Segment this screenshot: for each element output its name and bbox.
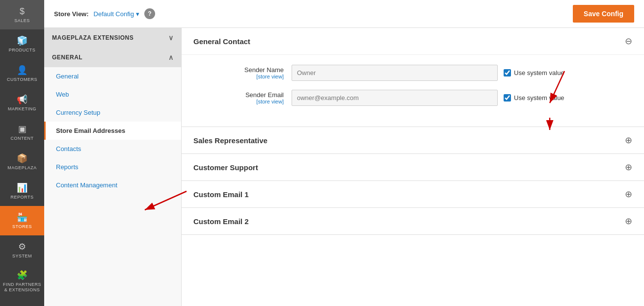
- nav-item-sales[interactable]: $SALES: [0, 0, 44, 29]
- checkbox-use-system-sender-email[interactable]: [504, 94, 511, 102]
- nav-item-marketing[interactable]: 📢MARKETING: [0, 88, 44, 118]
- sidebar-item-web-item[interactable]: Web: [44, 85, 181, 103]
- use-system-value-sender-email[interactable]: Use system value: [504, 94, 564, 102]
- reports-icon: 📊: [17, 182, 27, 193]
- nav-label-mageplaza: MAGEPLAZA: [7, 165, 37, 171]
- use-system-label-sender-name: Use system value: [514, 69, 564, 76]
- use-system-value-sender-name[interactable]: Use system value: [504, 69, 564, 76]
- nav-item-reports[interactable]: 📊REPORTS: [0, 177, 44, 206]
- field-label-sender-email: Sender Email[store view]: [193, 91, 292, 104]
- top-bar: Store View: Default Config ▾ ? Save Conf…: [44, 0, 644, 28]
- config-section-mageplaza-extensions[interactable]: MAGEPLAZA EXTENSIONS∨: [44, 28, 181, 48]
- panel-header-custom-email-2[interactable]: Custom Email 2⊕: [182, 208, 644, 234]
- marketing-icon: 📢: [17, 94, 27, 105]
- left-navigation: $SALES🧊PRODUCTS👤CUSTOMERS📢MARKETING▣CONT…: [0, 0, 44, 306]
- panel-custom-email-1: Custom Email 1⊕: [182, 181, 644, 208]
- stores-icon: 🏪: [17, 212, 27, 223]
- expand-icon-sales-representative: ⊕: [625, 135, 632, 146]
- section-label-mageplaza-extensions: MAGEPLAZA EXTENSIONS: [52, 34, 134, 41]
- nav-item-system[interactable]: ⚙SYSTEM: [0, 235, 44, 265]
- sidebar-item-currency-setup[interactable]: Currency Setup: [44, 103, 181, 122]
- use-system-label-sender-email: Use system value: [514, 94, 564, 102]
- panel-sales-representative: Sales Representative⊕: [182, 127, 644, 154]
- nav-item-mageplaza[interactable]: 📦MAGEPLAZA: [0, 147, 44, 177]
- main-content: Store View: Default Config ▾ ? Save Conf…: [44, 0, 644, 306]
- content-area: MAGEPLAZA EXTENSIONS∨GENERAL∧GeneralWebC…: [44, 28, 644, 306]
- store-view-dropdown[interactable]: Default Config ▾: [94, 10, 139, 18]
- dropdown-arrow-icon: ▾: [136, 10, 139, 18]
- nav-item-products[interactable]: 🧊PRODUCTS: [0, 29, 44, 59]
- form-row-sender-email: Sender Email[store view]Use system value: [193, 90, 632, 106]
- nav-label-reports: REPORTS: [11, 195, 34, 200]
- panel-header-customer-support[interactable]: Customer Support⊕: [182, 154, 644, 180]
- panel-title-general-contact: General Contact: [193, 37, 250, 46]
- panel-body-general-contact: Sender Name[store view]Use system valueS…: [182, 54, 644, 127]
- expand-icon-customer-support: ⊕: [625, 162, 632, 173]
- panel-custom-email-2: Custom Email 2⊕: [182, 208, 644, 235]
- nav-item-customers[interactable]: 👤CUSTOMERS: [0, 59, 44, 88]
- config-section-general[interactable]: GENERAL∧: [44, 48, 181, 67]
- nav-label-marketing: MARKETING: [8, 106, 36, 112]
- nav-label-products: PRODUCTS: [9, 48, 36, 53]
- system-icon: ⚙: [18, 241, 26, 252]
- input-sender-email[interactable]: [292, 90, 498, 106]
- mageplaza-icon: 📦: [17, 153, 27, 164]
- form-row-sender-name: Sender Name[store view]Use system value: [193, 65, 632, 81]
- nav-item-content[interactable]: ▣CONTENT: [0, 118, 44, 147]
- expand-icon-custom-email-2: ⊕: [625, 216, 632, 227]
- section-label-general: GENERAL: [52, 54, 82, 61]
- store-view-label: Store View:: [54, 10, 89, 18]
- store-view-value: Default Config: [94, 10, 134, 18]
- sidebar-item-store-email-addresses[interactable]: Store Email Addresses: [44, 122, 181, 140]
- panel-title-custom-email-2: Custom Email 2: [193, 217, 249, 226]
- chevron-general-icon: ∧: [168, 53, 174, 61]
- collapse-icon-general-contact: ⊖: [625, 36, 632, 47]
- panel-header-sales-representative[interactable]: Sales Representative⊕: [182, 127, 644, 153]
- input-sender-name[interactable]: [292, 65, 498, 81]
- store-view-hint-sender-email: [store view]: [193, 99, 284, 104]
- panel-customer-support: Customer Support⊕: [182, 154, 644, 181]
- sales-icon: $: [20, 6, 25, 17]
- nav-label-content: CONTENT: [11, 136, 34, 141]
- panel-general-contact: General Contact⊖Sender Name[store view]U…: [182, 28, 644, 127]
- panel-title-customer-support: Customer Support: [193, 163, 258, 172]
- config-sidebar: MAGEPLAZA EXTENSIONS∨GENERAL∧GeneralWebC…: [44, 28, 182, 306]
- nav-label-system: SYSTEM: [12, 254, 32, 259]
- nav-label-stores: STORES: [12, 224, 32, 230]
- nav-label-customers: CUSTOMERS: [7, 77, 37, 82]
- sidebar-item-contacts[interactable]: Contacts: [44, 140, 181, 158]
- store-view-hint-sender-name: [store view]: [193, 74, 284, 79]
- nav-label-sales: SALES: [14, 18, 30, 24]
- panel-header-custom-email-1[interactable]: Custom Email 1⊕: [182, 181, 644, 207]
- config-panels: General Contact⊖Sender Name[store view]U…: [182, 28, 644, 306]
- field-label-sender-name: Sender Name[store view]: [193, 66, 292, 79]
- checkbox-use-system-sender-name[interactable]: [504, 69, 511, 76]
- nav-label-partners: FIND PARTNERS & EXTENSIONS: [2, 282, 42, 293]
- customers-icon: 👤: [17, 65, 27, 76]
- sidebar-item-reports-item[interactable]: Reports: [44, 158, 181, 176]
- panel-header-general-contact[interactable]: General Contact⊖: [182, 28, 644, 54]
- partners-icon: 🧩: [17, 270, 27, 280]
- products-icon: 🧊: [17, 35, 27, 46]
- chevron-mageplaza-extensions-icon: ∨: [168, 34, 174, 42]
- save-config-button[interactable]: Save Config: [573, 5, 634, 23]
- nav-item-partners[interactable]: 🧩FIND PARTNERS & EXTENSIONS: [0, 265, 44, 298]
- sidebar-item-general-item[interactable]: General: [44, 67, 181, 85]
- panel-title-sales-representative: Sales Representative: [193, 136, 268, 145]
- panel-title-custom-email-1: Custom Email 1: [193, 190, 249, 199]
- store-view-section: Store View: Default Config ▾ ?: [54, 8, 155, 19]
- expand-icon-custom-email-1: ⊕: [625, 189, 632, 200]
- help-icon[interactable]: ?: [144, 8, 155, 19]
- sidebar-item-content-management[interactable]: Content Management: [44, 176, 181, 194]
- nav-item-stores[interactable]: 🏪STORES: [0, 206, 44, 235]
- content-icon: ▣: [18, 124, 27, 134]
